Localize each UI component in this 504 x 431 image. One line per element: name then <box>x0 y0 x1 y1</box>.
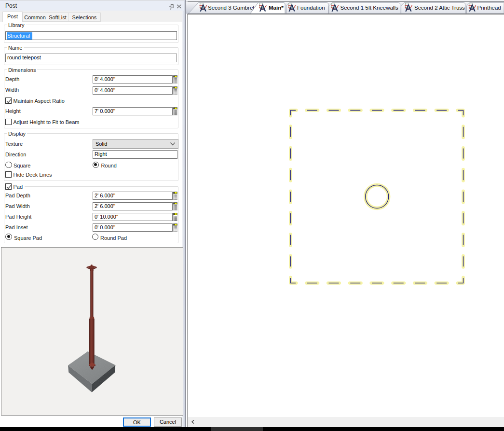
svg-text:Main*: Main* <box>269 5 284 11</box>
svg-text:Second 2 Attic Truss: Second 2 Attic Truss <box>414 5 465 11</box>
svg-text:Printhead: Printhead <box>477 5 501 11</box>
svg-text:Second 3 Gambrel: Second 3 Gambrel <box>208 5 254 11</box>
svg-text:Foundation: Foundation <box>297 5 325 11</box>
svg-text:Second 1 5ft Kneewalls: Second 1 5ft Kneewalls <box>341 5 398 11</box>
